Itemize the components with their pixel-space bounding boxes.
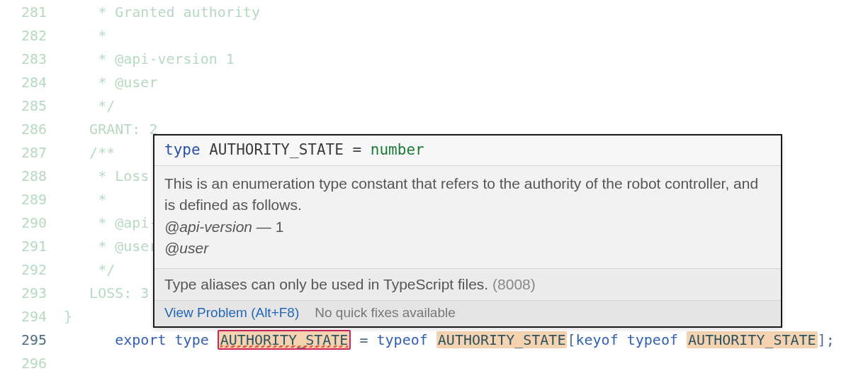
- code-line[interactable]: 282 *: [0, 23, 868, 47]
- line-number: 283: [0, 50, 64, 67]
- line-number: 296: [0, 355, 64, 372]
- line-text: GRANT: 2: [64, 121, 157, 138]
- sig-type: number: [371, 141, 424, 158]
- line-number: 291: [0, 238, 64, 255]
- hover-documentation: This is an enumeration type constant tha…: [154, 166, 781, 269]
- sig-keyword: type: [164, 141, 201, 158]
- line-text: /**: [64, 144, 115, 161]
- view-problem-link[interactable]: View Problem (Alt+F8): [164, 305, 299, 321]
- line-text: *: [64, 27, 106, 44]
- diagnostic-code: (8008): [492, 276, 536, 292]
- keyword-typeof: typeof: [377, 331, 428, 348]
- line-number: 282: [0, 27, 64, 44]
- keyword-typeof: typeof: [627, 331, 678, 348]
- line-number: 289: [0, 191, 64, 208]
- code-line[interactable]: 285 */: [0, 94, 868, 117]
- line-text: * Granted authority: [64, 4, 260, 21]
- line-number: 293: [0, 284, 64, 302]
- token-authority-state[interactable]: AUTHORITY_STATE: [687, 331, 818, 348]
- keyword-export: export: [115, 331, 166, 348]
- line-number: 294: [0, 308, 64, 325]
- doc-tag-user: @user: [164, 240, 208, 256]
- code-line[interactable]: 281 * Granted authority: [0, 0, 868, 23]
- line-number: 290: [0, 214, 64, 231]
- line-text: * @api-v: [64, 214, 167, 231]
- doc-tag-api-version: @api-version: [164, 219, 252, 235]
- sig-name: AUTHORITY_STATE: [201, 141, 353, 158]
- hover-actions: View Problem (Alt+F8) No quick fixes ava…: [154, 301, 781, 326]
- line-text: */: [64, 97, 115, 114]
- line-number: 281: [0, 4, 64, 21]
- doc-tag-api-version-value: — 1: [252, 219, 283, 235]
- code-line[interactable]: 284 * @user: [0, 70, 868, 94]
- line-text: */: [64, 261, 115, 278]
- doc-description: This is an enumeration type constant tha…: [164, 173, 771, 216]
- diagnostic-message: Type aliases can only be used in TypeScr…: [164, 276, 492, 292]
- line-text: *: [64, 191, 106, 208]
- bracket-open: [: [567, 331, 575, 348]
- keyword-type: type: [175, 331, 209, 348]
- line-number: 285: [0, 97, 64, 114]
- line-number: 284: [0, 74, 64, 91]
- line-text: * @api-version 1: [64, 50, 235, 67]
- token-authority-state-selected[interactable]: AUTHORITY_STATE: [218, 330, 351, 350]
- line-text: LOSS: 3: [64, 284, 149, 302]
- line-number: 287: [0, 144, 64, 161]
- hover-signature: type AUTHORITY_STATE = number: [154, 136, 781, 166]
- code-line[interactable]: 295 export type AUTHORITY_STATE = typeof…: [0, 328, 868, 351]
- operator-equals: =: [351, 331, 376, 348]
- line-number: 295: [0, 331, 64, 348]
- line-number: 288: [0, 167, 64, 184]
- code-line[interactable]: 283 * @api-version 1: [0, 47, 868, 70]
- token-authority-state[interactable]: AUTHORITY_STATE: [436, 331, 568, 348]
- line-number: 286: [0, 121, 64, 138]
- no-quick-fixes-label: No quick fixes available: [315, 305, 456, 321]
- line-text: * @user: [64, 238, 157, 255]
- bracket-close-semi: ];: [818, 331, 835, 348]
- keyword-keyof: keyof: [575, 331, 618, 348]
- line-number: 292: [0, 261, 64, 278]
- sig-eq: =: [353, 141, 371, 158]
- line-text: * @user: [64, 74, 157, 91]
- hover-tooltip: type AUTHORITY_STATE = number This is an…: [153, 134, 782, 328]
- hover-diagnostic: Type aliases can only be used in TypeScr…: [154, 269, 781, 301]
